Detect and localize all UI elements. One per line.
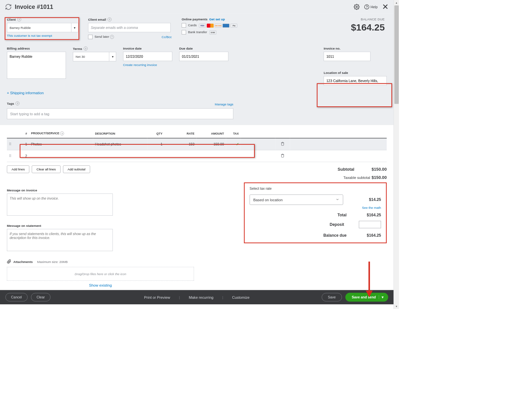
location-label: Location of sale — [324, 71, 387, 75]
col-tax: TAX — [226, 129, 241, 138]
bank-label: Bank transfer — [188, 30, 207, 34]
row-desc[interactable] — [93, 150, 147, 162]
msg-invoice-textarea[interactable] — [7, 194, 113, 216]
msg-invoice-label: Message on invoice — [7, 188, 194, 192]
page-title: Invoice #1011 — [15, 4, 53, 11]
manage-tags-link[interactable]: Manage tags — [215, 102, 233, 106]
row-rate[interactable]: 150 — [164, 138, 197, 150]
client-select[interactable]: Barney Rubble ▾ — [7, 23, 78, 33]
tax-rate-title: Select tax rate — [250, 187, 381, 191]
row-qty[interactable]: 1 — [147, 138, 165, 150]
make-recurring-link[interactable]: Make recurring — [189, 295, 213, 299]
show-existing-link[interactable]: Show existing — [7, 283, 194, 288]
clear-lines-button[interactable]: Clear all lines — [32, 165, 60, 173]
ccbcc-link[interactable]: Cc/Bcc — [162, 35, 172, 39]
drag-handle[interactable]: ⠿ — [7, 150, 17, 162]
balance-due-label: Balance due — [323, 233, 347, 238]
svg-point-2 — [367, 8, 367, 8]
deposit-label: Deposit — [330, 222, 344, 227]
taxable-sub-value: $150.00 — [372, 175, 387, 180]
print-link[interactable]: Print or Preview — [144, 295, 170, 299]
help-icon[interactable]: ? — [60, 132, 64, 136]
settings-button[interactable] — [354, 4, 360, 10]
terms-select[interactable]: Net 30 ▾ — [73, 52, 116, 61]
help-icon — [364, 4, 370, 10]
invoice-date-input[interactable] — [123, 52, 172, 61]
taxable-sub-label: Taxable subtotal — [343, 175, 370, 180]
chevron-down-icon: ▾ — [109, 52, 114, 61]
gear-icon — [354, 4, 360, 10]
drag-handle[interactable]: ⠿ — [7, 138, 17, 150]
tax-rate-value: Based on location — [253, 198, 283, 202]
cards-label: Cards — [188, 23, 197, 27]
row-num: 1 — [17, 138, 29, 150]
help-icon[interactable]: ? — [17, 17, 21, 21]
row-amount[interactable]: 150.00 — [197, 138, 226, 150]
trash-icon[interactable] — [281, 142, 285, 146]
due-date-label: Due date — [179, 47, 228, 50]
customize-link[interactable]: Customize — [232, 295, 249, 299]
add-subtotal-button[interactable]: Add subtotal — [63, 165, 90, 173]
help-icon[interactable]: ? — [84, 47, 88, 51]
help-icon[interactable]: ? — [108, 17, 112, 21]
col-desc: DESCRIPTION — [93, 129, 147, 138]
due-date-input[interactable] — [179, 52, 228, 61]
col-num: # — [17, 129, 29, 138]
balance-amount: $164.25 — [351, 22, 385, 33]
row-desc[interactable]: Headshot photos — [93, 138, 147, 150]
row-product[interactable] — [29, 150, 93, 162]
shipping-link[interactable]: + Shipping information — [7, 91, 44, 95]
setup-link[interactable]: Get set up — [209, 17, 225, 21]
col-qty: QTY — [147, 129, 165, 138]
help-icon[interactable]: ? — [16, 101, 20, 105]
tags-input[interactable] — [7, 108, 233, 119]
row-rate[interactable] — [164, 150, 197, 162]
recurring-link[interactable]: Create recurring invoice — [123, 63, 172, 67]
client-value: Barney Rubble — [10, 26, 31, 29]
help-icon[interactable]: ? — [110, 35, 114, 39]
attachments-label: Attachments — [13, 260, 33, 264]
scroll-up-icon[interactable]: ▲ — [394, 0, 399, 6]
terms-label: Terms — [73, 47, 82, 50]
location-input[interactable] — [324, 76, 387, 86]
help-button[interactable]: Help — [364, 4, 377, 10]
card-icons: VISA DISCOVER Pay — [199, 24, 237, 28]
clear-button[interactable]: Clear — [31, 293, 51, 302]
deposit-input[interactable] — [359, 221, 381, 228]
see-math-link[interactable]: See the math — [250, 206, 381, 209]
add-lines-button[interactable]: Add lines — [7, 165, 30, 173]
close-button[interactable]: ✕ — [382, 3, 389, 11]
invoiceno-input[interactable] — [324, 52, 371, 61]
bank-checkbox[interactable] — [182, 30, 186, 35]
msg-statement-label: Message on statement — [7, 224, 194, 228]
scrollbar-thumb[interactable] — [394, 6, 399, 104]
attachment-dropzone[interactable]: Drag/Drop files here or click the icon — [7, 267, 194, 281]
client-label: Client — [7, 18, 16, 21]
save-button[interactable]: Save — [322, 293, 342, 302]
cards-checkbox[interactable] — [182, 23, 186, 28]
scroll-down-icon[interactable]: ▼ — [394, 304, 399, 309]
row-amount[interactable] — [197, 150, 226, 162]
billing-textarea[interactable] — [7, 52, 66, 79]
row-product[interactable]: Photos — [29, 138, 93, 150]
cancel-button[interactable]: Cancel — [6, 293, 28, 302]
tax-check-icon[interactable]: ✓ — [236, 142, 239, 146]
email-input[interactable] — [88, 23, 171, 33]
balance-label: BALANCE DUE — [351, 17, 385, 21]
scrollbar[interactable]: ▲ ▼ — [394, 0, 399, 309]
row-tax[interactable] — [226, 150, 241, 162]
tax-rate-select[interactable]: Based on location — [250, 195, 343, 205]
attachment-icon[interactable] — [7, 259, 11, 265]
tax-amount: $14.25 — [369, 198, 381, 202]
save-send-button[interactable]: Save and send ▾ — [345, 293, 388, 302]
payments-label: Online payments — [182, 17, 208, 21]
msg-statement-textarea[interactable] — [7, 229, 113, 251]
row-qty[interactable] — [147, 150, 165, 162]
recurring-icon — [5, 4, 12, 11]
trash-icon[interactable] — [281, 154, 285, 158]
col-amount: AMOUNT — [197, 129, 226, 138]
send-later-checkbox[interactable] — [88, 35, 93, 39]
tax-exempt-note[interactable]: This customer is not tax exempt — [7, 34, 81, 37]
save-send-label: Save and send — [352, 295, 376, 299]
svg-point-0 — [356, 6, 358, 8]
